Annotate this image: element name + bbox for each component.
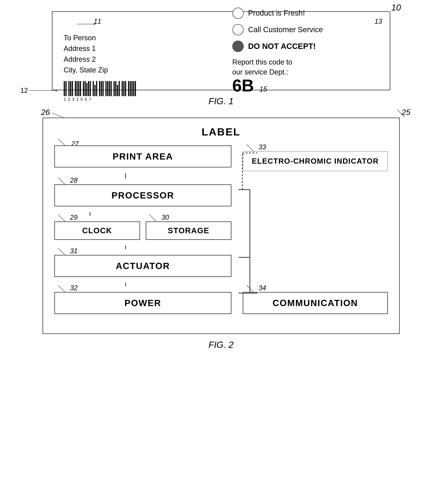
svg-line-12 <box>246 144 254 152</box>
ref11-arrow <box>77 22 96 26</box>
connector-print-to-proc <box>125 173 126 179</box>
svg-line-8 <box>58 215 66 222</box>
svg-line-11 <box>58 285 66 293</box>
code-value: 6B <box>232 77 254 94</box>
fig1-right-panel: 13 Product is Fresh! Call Customer Servi… <box>221 12 390 90</box>
ref-34: 34 <box>243 283 266 293</box>
barcode-area: 12 <box>64 79 210 102</box>
address-line3: Address 2 <box>64 54 210 65</box>
processor-wrapper: 28 PROCESSOR <box>54 184 232 206</box>
svg-line-7 <box>58 178 66 185</box>
svg-marker-3 <box>56 90 58 91</box>
ref-33: 33 <box>243 143 266 152</box>
processor-box: PROCESSOR <box>54 184 232 206</box>
fig2-left-col: 27 PRINT AREA 28 PROCESSOR <box>54 145 232 314</box>
print-area-box: PRINT AREA <box>54 145 232 167</box>
storage-box: STORAGE <box>146 221 231 240</box>
fig2-label-box: 25 26 LABEL 27 <box>42 118 400 334</box>
fig1-left-panel: 11 To Person Address 1 Address 2 City, S… <box>52 12 221 90</box>
communication-box: COMMUNICATION <box>243 292 388 314</box>
power-wrapper: 32 POWER <box>54 292 232 314</box>
svg-line-10 <box>58 248 66 256</box>
fresh-indicator <box>232 8 244 19</box>
call-text: Call Customer Service <box>248 25 323 34</box>
connector-proc-to-small <box>90 212 90 216</box>
fig2-content: 27 PRINT AREA 28 PROCESSOR <box>54 145 388 314</box>
status-row-3: DO NOT ACCEPT! <box>232 41 378 52</box>
clock-wrapper: 29 CLOCK <box>54 221 140 240</box>
ref-29: 29 <box>54 213 78 222</box>
svg-line-13 <box>246 285 254 293</box>
barcode: 1 2 3 1 5 5 7 <box>64 79 136 102</box>
communication-wrapper: 34 COMMUNICATION <box>243 292 388 314</box>
address-line4: City, State Zip <box>64 65 210 75</box>
ref-25: 25 <box>402 108 410 117</box>
ref12-label: 12 <box>20 87 58 94</box>
fig1-section: 10 11 To Person Address 1 Address 2 City… <box>15 11 427 90</box>
connector-small-to-act <box>125 246 126 249</box>
svg-line-9 <box>150 215 157 222</box>
reject-indicator <box>232 41 244 52</box>
barcode-numbers: 1 2 3 1 5 5 7 <box>64 97 92 102</box>
ref-32: 32 <box>54 283 78 293</box>
electro-wrapper: 33 ELECTRO-CHROMIC INDICATOR <box>243 151 388 171</box>
fig2-title: LABEL <box>54 126 388 138</box>
fresh-text: Product is Fresh! <box>248 9 305 17</box>
electro-chromic-box: ELECTRO-CHROMIC INDICATOR <box>243 151 388 171</box>
ref-28: 28 <box>54 176 78 185</box>
print-area-wrapper: 27 PRINT AREA <box>54 145 232 167</box>
clock-box: CLOCK <box>54 221 140 240</box>
address-block: To Person Address 1 Address 2 City, Stat… <box>64 33 210 75</box>
actuator-wrapper: 31 ACTUATOR <box>54 255 232 277</box>
ref-31: 31 <box>54 246 78 256</box>
fig2-section: 25 26 LABEL 27 <box>15 118 427 334</box>
ref-30: 30 <box>146 213 169 222</box>
fig2-caption: FIG. 2 <box>15 340 427 350</box>
right-col-spacer <box>243 177 388 286</box>
fig1-label-box: 10 11 To Person Address 1 Address 2 City… <box>52 11 390 90</box>
status-row-1: Product is Fresh! <box>232 8 378 19</box>
address-line1: To Person <box>64 33 210 43</box>
call-indicator <box>232 24 244 35</box>
ref-12: 12 <box>20 87 28 94</box>
svg-line-6 <box>58 139 66 146</box>
ref-10: 10 <box>391 2 401 13</box>
service-label2: our service Dept.: <box>232 67 378 77</box>
connector-act-to-power <box>125 283 126 286</box>
ref-15: 15 <box>260 85 267 93</box>
svg-marker-1 <box>94 23 96 25</box>
storage-wrapper: 30 STORAGE <box>146 221 231 240</box>
actuator-box: ACTUATOR <box>54 255 232 277</box>
reject-text: DO NOT ACCEPT! <box>248 42 316 51</box>
fig2-right-col: 33 ELECTRO-CHROMIC INDICATOR 34 COMMUN <box>243 145 388 314</box>
svg-line-4 <box>397 110 405 117</box>
status-row-2: Call Customer Service <box>232 24 378 35</box>
address-line2: Address 1 <box>64 43 210 54</box>
svg-line-5 <box>52 113 63 118</box>
power-box: POWER <box>54 292 232 314</box>
ref-13: 13 <box>374 18 382 25</box>
service-dept-block: Report this code to our service Dept.: 6… <box>232 57 378 94</box>
service-label1: Report this code to <box>232 57 378 67</box>
ref-26: 26 <box>41 108 67 118</box>
small-blocks-row: 29 CLOCK 30 STORAGE <box>54 221 232 240</box>
